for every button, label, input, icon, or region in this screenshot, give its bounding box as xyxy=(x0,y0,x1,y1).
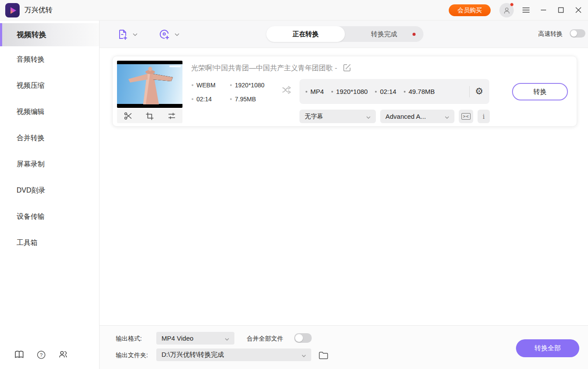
convert-direction-icon xyxy=(281,84,293,97)
add-file-icon[interactable] xyxy=(116,28,129,41)
tab-finished[interactable]: 转换完成 xyxy=(345,26,423,42)
audio-dropdown[interactable]: Advanced A... xyxy=(380,110,454,123)
sidebar-item-audio-convert[interactable]: 音频转换 xyxy=(0,46,99,72)
compress-icon[interactable]: >< xyxy=(459,110,473,123)
community-icon[interactable] xyxy=(57,349,69,360)
target-settings-box: MP4 1920*1080 02:14 49.78MB ⚙ xyxy=(299,79,489,104)
video-thumbnail xyxy=(117,61,182,108)
minimize-icon[interactable] xyxy=(536,3,551,17)
target-size: 49.78MB xyxy=(409,88,435,95)
convert-all-button[interactable]: 转换全部 xyxy=(516,339,579,357)
thumbnail-toolbar xyxy=(117,109,182,123)
app-logo-icon xyxy=(5,3,20,17)
maximize-icon[interactable] xyxy=(554,3,568,17)
task-title-row: 光荣啊!中国共青团—中国共产主义青年团团歌 - xyxy=(191,63,351,73)
target-duration: 02:14 xyxy=(380,88,396,95)
convert-button[interactable]: 转换 xyxy=(512,83,568,100)
finished-badge-dot xyxy=(413,33,416,36)
output-settings-bar: 输出格式: MP4 Video 合并全部文件 输出文件夹: D:\万兴优转\转换… xyxy=(100,325,588,369)
sidebar-item-dvd-burn[interactable]: DVD刻录 xyxy=(0,177,99,203)
sidebar-footer: ? xyxy=(0,349,100,362)
high-speed-label: 高速转换 xyxy=(538,30,563,38)
menu-icon[interactable] xyxy=(519,3,533,17)
sidebar-item-merge-convert[interactable]: 合并转换 xyxy=(0,125,99,151)
convert-tabs: 正在转换 转换完成 xyxy=(266,26,423,42)
source-info: WEBM 1920*1080 02:14 7.95MB xyxy=(192,82,265,103)
open-folder-icon[interactable] xyxy=(318,350,329,361)
membership-buy-button[interactable]: 会员购买 xyxy=(449,4,491,16)
source-size: 7.95MB xyxy=(235,96,256,103)
add-file-chevron-icon[interactable] xyxy=(131,28,139,41)
high-speed-toggle[interactable] xyxy=(570,29,585,38)
task-list: 光荣啊!中国共青团—中国共产主义青年团团歌 - WEBM 1920*1080 0… xyxy=(100,48,588,325)
sidebar-item-video-convert[interactable]: 视频转换 xyxy=(0,23,99,46)
output-folder-dropdown[interactable]: D:\万兴优转\转换完成 xyxy=(156,348,311,361)
help-icon[interactable]: ? xyxy=(35,349,47,360)
edit-title-icon[interactable] xyxy=(343,63,351,73)
effects-sliders-icon[interactable] xyxy=(166,110,177,122)
target-resolution: 1920*1080 xyxy=(336,88,368,95)
app-title: 万兴优转 xyxy=(24,6,52,15)
guide-book-icon[interactable] xyxy=(14,349,25,360)
sidebar-item-video-compress[interactable]: 视频压缩 xyxy=(0,72,99,99)
add-disc-icon[interactable] xyxy=(158,28,171,41)
output-format-dropdown[interactable]: MP4 Video xyxy=(156,332,234,345)
sidebar: 视频转换 音频转换 视频压缩 视频编辑 合并转换 屏幕录制 DVD刻录 设备传输… xyxy=(0,21,100,369)
info-icon[interactable]: i xyxy=(478,110,490,123)
add-disc-chevron-icon[interactable] xyxy=(173,28,181,41)
title-bar: 万兴优转 会员购买 xyxy=(0,0,588,21)
source-resolution: 1920*1080 xyxy=(235,82,265,89)
task-card: 光荣啊!中国共青团—中国共产主义青年团团歌 - WEBM 1920*1080 0… xyxy=(112,56,577,127)
trim-scissors-icon[interactable] xyxy=(122,110,134,122)
toolbar: 正在转换 转换完成 高速转换 xyxy=(100,21,588,48)
sidebar-item-video-edit[interactable]: 视频编辑 xyxy=(0,99,99,125)
notification-dot xyxy=(510,3,514,7)
task-title-text: 光荣啊!中国共青团—中国共产主义青年团团歌 - xyxy=(191,64,337,73)
source-format: WEBM xyxy=(196,82,216,89)
settings-gear-icon[interactable]: ⚙ xyxy=(475,87,483,96)
subtitle-dropdown[interactable]: 无字幕 xyxy=(299,110,376,123)
svg-text:?: ? xyxy=(40,352,42,357)
thumbnail-watermark xyxy=(169,66,181,67)
target-format: MP4 xyxy=(310,88,324,95)
person-icon xyxy=(502,6,512,15)
output-format-label: 输出格式: xyxy=(116,335,142,343)
merge-all-label: 合并全部文件 xyxy=(247,335,283,343)
source-duration: 02:14 xyxy=(196,96,212,103)
output-folder-label: 输出文件夹: xyxy=(116,352,148,359)
sidebar-item-device-transfer[interactable]: 设备传输 xyxy=(0,203,99,230)
sidebar-item-toolbox[interactable]: 工具箱 xyxy=(0,230,99,256)
crop-icon[interactable] xyxy=(144,110,155,122)
tab-converting[interactable]: 正在转换 xyxy=(266,26,345,42)
close-icon[interactable] xyxy=(571,3,586,17)
merge-all-toggle[interactable] xyxy=(294,333,312,343)
sidebar-item-screen-record[interactable]: 屏幕录制 xyxy=(0,151,99,177)
